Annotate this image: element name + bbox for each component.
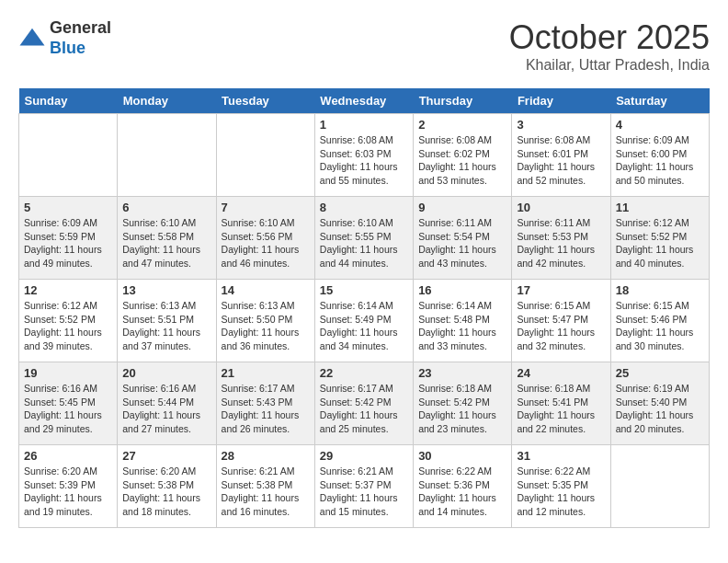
- day-number: 21: [222, 366, 310, 380]
- title-block: October 2025 Khailar, Uttar Pradesh, Ind…: [509, 18, 710, 74]
- day-info: Sunrise: 6:19 AM Sunset: 5:40 PM Dayligh…: [616, 382, 704, 436]
- calendar-cell: 16Sunrise: 6:14 AM Sunset: 5:48 PM Dayli…: [414, 280, 512, 362]
- day-number: 27: [122, 449, 210, 463]
- day-info: Sunrise: 6:10 AM Sunset: 5:55 PM Dayligh…: [320, 216, 408, 270]
- calendar-cell: 5Sunrise: 6:09 AM Sunset: 5:59 PM Daylig…: [19, 197, 118, 280]
- day-info: Sunrise: 6:15 AM Sunset: 5:46 PM Dayligh…: [616, 299, 704, 353]
- day-number: 12: [24, 283, 112, 297]
- calendar-cell: 29Sunrise: 6:21 AM Sunset: 5:37 PM Dayli…: [314, 445, 413, 528]
- page-header: General Blue October 2025 Khailar, Uttar…: [18, 18, 710, 74]
- calendar-cell: [610, 445, 709, 528]
- calendar-cell: 25Sunrise: 6:19 AM Sunset: 5:40 PM Dayli…: [610, 362, 709, 445]
- day-number: 8: [320, 201, 408, 214]
- weekday-header: Saturday: [610, 88, 709, 114]
- day-info: Sunrise: 6:13 AM Sunset: 5:50 PM Dayligh…: [222, 299, 310, 353]
- day-number: 1: [320, 118, 408, 132]
- calendar-cell: [118, 114, 216, 197]
- day-info: Sunrise: 6:22 AM Sunset: 5:35 PM Dayligh…: [517, 465, 605, 519]
- day-number: 10: [517, 201, 605, 214]
- weekday-header: Sunday: [19, 88, 118, 114]
- calendar-cell: 22Sunrise: 6:17 AM Sunset: 5:42 PM Dayli…: [314, 362, 413, 445]
- logo: General Blue: [18, 18, 111, 58]
- day-number: 5: [24, 201, 112, 214]
- calendar-cell: 10Sunrise: 6:11 AM Sunset: 5:53 PM Dayli…: [512, 197, 610, 280]
- weekday-header: Thursday: [414, 88, 512, 114]
- day-info: Sunrise: 6:11 AM Sunset: 5:54 PM Dayligh…: [418, 216, 506, 270]
- day-number: 17: [517, 283, 605, 297]
- calendar-cell: 18Sunrise: 6:15 AM Sunset: 5:46 PM Dayli…: [610, 280, 709, 362]
- day-number: 11: [616, 201, 704, 214]
- day-info: Sunrise: 6:15 AM Sunset: 5:47 PM Dayligh…: [517, 299, 605, 353]
- day-number: 26: [24, 449, 112, 463]
- calendar-week-row: 12Sunrise: 6:12 AM Sunset: 5:52 PM Dayli…: [19, 280, 710, 362]
- calendar-cell: 1Sunrise: 6:08 AM Sunset: 6:03 PM Daylig…: [314, 114, 413, 197]
- day-number: 19: [24, 366, 112, 380]
- calendar-cell: 7Sunrise: 6:10 AM Sunset: 5:56 PM Daylig…: [216, 197, 314, 280]
- logo-text: General Blue: [50, 18, 111, 58]
- day-number: 18: [616, 283, 704, 297]
- calendar-cell: 12Sunrise: 6:12 AM Sunset: 5:52 PM Dayli…: [19, 280, 118, 362]
- logo-blue: Blue: [50, 39, 85, 57]
- day-info: Sunrise: 6:14 AM Sunset: 5:49 PM Dayligh…: [320, 299, 408, 353]
- calendar-cell: 27Sunrise: 6:20 AM Sunset: 5:38 PM Dayli…: [118, 445, 216, 528]
- day-number: 3: [517, 118, 605, 132]
- calendar-cell: [19, 114, 118, 197]
- calendar-cell: 6Sunrise: 6:10 AM Sunset: 5:58 PM Daylig…: [118, 197, 216, 280]
- day-number: 13: [122, 283, 210, 297]
- calendar-cell: 26Sunrise: 6:20 AM Sunset: 5:39 PM Dayli…: [19, 445, 118, 528]
- calendar-cell: 30Sunrise: 6:22 AM Sunset: 5:36 PM Dayli…: [414, 445, 512, 528]
- logo-icon: [18, 25, 46, 52]
- day-number: 28: [222, 449, 310, 463]
- calendar-cell: 8Sunrise: 6:10 AM Sunset: 5:55 PM Daylig…: [314, 197, 413, 280]
- day-number: 22: [320, 366, 408, 380]
- day-info: Sunrise: 6:09 AM Sunset: 5:59 PM Dayligh…: [24, 216, 112, 270]
- day-info: Sunrise: 6:20 AM Sunset: 5:39 PM Dayligh…: [24, 465, 112, 519]
- day-info: Sunrise: 6:17 AM Sunset: 5:42 PM Dayligh…: [320, 382, 408, 436]
- day-info: Sunrise: 6:12 AM Sunset: 5:52 PM Dayligh…: [24, 299, 112, 353]
- logo-general: General: [50, 18, 111, 37]
- day-number: 29: [320, 449, 408, 463]
- calendar-cell: 17Sunrise: 6:15 AM Sunset: 5:47 PM Dayli…: [512, 280, 610, 362]
- day-number: 23: [418, 366, 506, 380]
- day-number: 15: [320, 283, 408, 297]
- day-info: Sunrise: 6:08 AM Sunset: 6:03 PM Dayligh…: [320, 133, 408, 188]
- calendar-cell: [216, 114, 314, 197]
- calendar-cell: 11Sunrise: 6:12 AM Sunset: 5:52 PM Dayli…: [610, 197, 709, 280]
- calendar-cell: 14Sunrise: 6:13 AM Sunset: 5:50 PM Dayli…: [216, 280, 314, 362]
- calendar-week-row: 19Sunrise: 6:16 AM Sunset: 5:45 PM Dayli…: [19, 362, 710, 445]
- day-info: Sunrise: 6:16 AM Sunset: 5:45 PM Dayligh…: [24, 382, 112, 436]
- day-info: Sunrise: 6:14 AM Sunset: 5:48 PM Dayligh…: [418, 299, 506, 353]
- svg-marker-0: [20, 28, 45, 45]
- calendar-week-row: 26Sunrise: 6:20 AM Sunset: 5:39 PM Dayli…: [19, 445, 710, 528]
- calendar-cell: 15Sunrise: 6:14 AM Sunset: 5:49 PM Dayli…: [314, 280, 413, 362]
- calendar-cell: 23Sunrise: 6:18 AM Sunset: 5:42 PM Dayli…: [414, 362, 512, 445]
- day-number: 30: [418, 449, 506, 463]
- day-number: 4: [616, 118, 704, 132]
- day-number: 2: [418, 118, 506, 132]
- day-number: 31: [517, 449, 605, 463]
- day-info: Sunrise: 6:16 AM Sunset: 5:44 PM Dayligh…: [122, 382, 210, 436]
- calendar-cell: 4Sunrise: 6:09 AM Sunset: 6:00 PM Daylig…: [610, 114, 709, 197]
- weekday-header: Friday: [512, 88, 610, 114]
- day-number: 16: [418, 283, 506, 297]
- calendar-table: SundayMondayTuesdayWednesdayThursdayFrid…: [18, 88, 710, 528]
- calendar-cell: 3Sunrise: 6:08 AM Sunset: 6:01 PM Daylig…: [512, 114, 610, 197]
- day-info: Sunrise: 6:11 AM Sunset: 5:53 PM Dayligh…: [517, 216, 605, 270]
- day-info: Sunrise: 6:10 AM Sunset: 5:58 PM Dayligh…: [122, 216, 210, 270]
- day-number: 6: [122, 201, 210, 214]
- day-number: 24: [517, 366, 605, 380]
- calendar-cell: 19Sunrise: 6:16 AM Sunset: 5:45 PM Dayli…: [19, 362, 118, 445]
- day-info: Sunrise: 6:10 AM Sunset: 5:56 PM Dayligh…: [222, 216, 310, 270]
- day-info: Sunrise: 6:13 AM Sunset: 5:51 PM Dayligh…: [122, 299, 210, 353]
- day-info: Sunrise: 6:09 AM Sunset: 6:00 PM Dayligh…: [616, 133, 704, 188]
- location: Khailar, Uttar Pradesh, India: [509, 57, 710, 74]
- calendar-header-row: SundayMondayTuesdayWednesdayThursdayFrid…: [19, 88, 710, 114]
- calendar-cell: 21Sunrise: 6:17 AM Sunset: 5:43 PM Dayli…: [216, 362, 314, 445]
- day-number: 7: [222, 201, 310, 214]
- day-number: 9: [418, 201, 506, 214]
- day-number: 20: [122, 366, 210, 380]
- day-info: Sunrise: 6:12 AM Sunset: 5:52 PM Dayligh…: [616, 216, 704, 270]
- weekday-header: Tuesday: [216, 88, 314, 114]
- day-number: 25: [616, 366, 704, 380]
- calendar-week-row: 1Sunrise: 6:08 AM Sunset: 6:03 PM Daylig…: [19, 114, 710, 197]
